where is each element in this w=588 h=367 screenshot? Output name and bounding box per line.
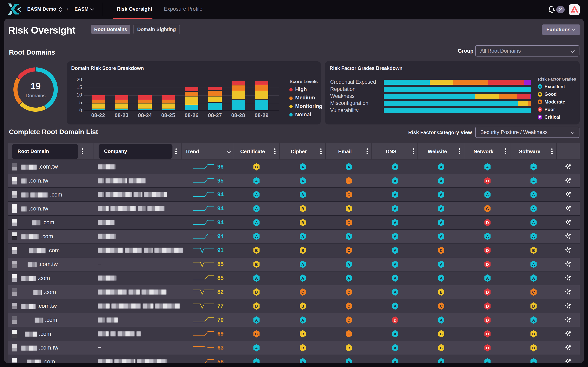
svg-text:A: A [394,360,396,363]
svg-text:A: A [440,234,442,239]
svg-text:A: A [394,234,396,239]
svg-text:B: B [255,165,258,169]
svg-text:B: B [532,346,535,350]
svg-text:B: B [301,332,304,336]
svg-text:A: A [532,276,535,280]
svg-text:B: B [255,290,258,294]
svg-text:A: A [486,193,489,197]
svg-text:A: A [532,207,535,211]
svg-text:A: A [301,360,304,363]
svg-text:C: C [347,332,350,336]
svg-text:B: B [347,346,350,350]
svg-text:A: A [532,262,535,267]
svg-text:B: B [255,304,258,308]
svg-text:A: A [301,262,304,267]
svg-text:A: A [255,318,258,322]
svg-text:A: A [255,360,258,363]
svg-text:B: B [347,207,350,211]
svg-text:A: A [255,346,258,350]
svg-text:D: D [486,318,489,322]
svg-text:D: D [486,304,489,308]
svg-text:B: B [440,332,442,336]
svg-text:A: A [255,207,258,211]
svg-text:C: C [347,179,350,183]
svg-text:A: A [440,360,442,363]
svg-text:C: C [347,193,350,197]
svg-text:A: A [394,262,396,267]
svg-text:A: A [301,165,304,169]
svg-text:C: C [347,304,350,308]
svg-text:A: A [394,193,396,197]
svg-text:A: A [486,360,489,363]
svg-text:A: A [532,179,535,183]
svg-text:A: A [440,276,442,280]
svg-text:A: A [486,234,489,239]
svg-text:A: A [440,207,442,211]
svg-text:B: B [255,262,258,267]
svg-text:D: D [486,332,489,336]
svg-text:A: A [301,179,304,183]
svg-text:A: A [394,346,396,350]
svg-text:A: A [394,290,396,294]
svg-text:A: A [440,165,442,169]
svg-text:A: A [301,318,304,322]
svg-text:C: C [347,220,350,225]
svg-text:D: D [486,248,489,253]
svg-text:B: B [532,332,535,336]
svg-text:C: C [532,290,535,294]
svg-text:C: C [347,290,350,294]
svg-text:B: B [539,93,541,96]
svg-text:B: B [440,290,442,294]
svg-text:D: D [486,220,489,225]
svg-text:A: A [532,220,535,225]
svg-text:B: B [532,248,535,253]
svg-text:D: D [486,179,489,183]
svg-text:B: B [301,346,304,350]
svg-text:A: A [394,207,396,211]
svg-text:D: D [486,262,489,267]
svg-text:C: C [301,290,304,294]
svg-text:C: C [539,100,541,103]
svg-text:A: A [347,165,350,169]
svg-text:A: A [301,276,304,280]
svg-text:A: A [255,193,258,197]
svg-text:A: A [394,179,396,183]
svg-text:C: C [347,248,350,253]
svg-text:A: A [301,193,304,197]
svg-text:A: A [486,276,489,280]
svg-text:A: A [440,220,442,225]
svg-text:A: A [532,234,535,239]
svg-text:A: A [347,360,350,363]
svg-text:B: B [301,248,304,253]
svg-text:D: D [394,318,396,322]
svg-text:A: A [394,220,396,225]
svg-text:A: A [394,276,396,280]
svg-text:C: C [347,318,350,322]
svg-text:A: A [394,304,396,308]
svg-text:C: C [440,248,442,253]
svg-text:A: A [301,234,304,239]
svg-text:C: C [440,304,442,308]
svg-text:E: E [539,116,541,119]
svg-text:B: B [440,346,442,350]
svg-text:A: A [394,248,396,253]
svg-text:A: A [394,165,396,169]
svg-text:A: A [255,234,258,239]
svg-text:A: A [440,193,442,197]
svg-text:A: A [532,165,535,169]
svg-text:B: B [301,220,304,225]
svg-text:A: A [440,179,442,183]
svg-text:A: A [532,193,535,197]
svg-text:C: C [486,207,489,211]
svg-text:D: D [539,108,541,111]
svg-text:B: B [532,304,535,308]
svg-text:A: A [532,318,535,322]
svg-text:A: A [539,85,541,88]
svg-text:A: A [440,262,442,267]
svg-text:D: D [486,290,489,294]
svg-text:C: C [255,332,258,336]
svg-text:A: A [486,165,489,169]
svg-text:A: A [255,276,258,280]
svg-text:A: A [532,360,535,363]
svg-text:B: B [255,248,258,253]
